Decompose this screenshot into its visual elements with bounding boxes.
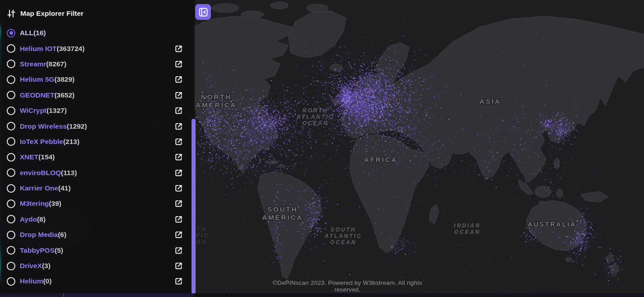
map-explorer-page: NORTHAMERICASOUTHAMERICAAFRICAASIAEUROPE… — [0, 0, 644, 297]
radio-icon[interactable] — [7, 122, 15, 130]
collapse-panel-icon — [198, 7, 208, 17]
external-link-icon[interactable] — [174, 168, 183, 177]
external-link-icon[interactable] — [174, 200, 183, 208]
radio-icon[interactable] — [7, 107, 15, 115]
filter-option[interactable]: XNET (154) — [0, 149, 195, 165]
panel-title: Map Explorer Filter — [20, 9, 83, 18]
filter-label: Helium — [20, 277, 43, 285]
filter-count: (0) — [43, 277, 52, 285]
copyright-attribution: ©DePINscan 2023. Powered by W3bstream. A… — [259, 279, 436, 293]
filter-count: (3) — [42, 262, 50, 270]
radio-icon[interactable] — [7, 231, 15, 239]
filter-option[interactable]: Helium IOT (363724) — [0, 41, 195, 56]
filter-count: (1292) — [67, 122, 87, 130]
filter-count: (39) — [49, 200, 62, 208]
radio-icon[interactable] — [7, 277, 15, 286]
radio-icon[interactable] — [7, 262, 15, 270]
filter-option[interactable]: Karrier One (41) — [0, 181, 195, 196]
radio-icon[interactable] — [7, 29, 15, 37]
external-link-icon[interactable] — [174, 60, 183, 68]
filter-label: ALL — [20, 29, 33, 37]
filter-option[interactable]: Helium 5G (3829) — [0, 72, 195, 87]
radio-icon[interactable] — [7, 44, 15, 53]
radio-icon[interactable] — [7, 200, 15, 208]
radio-icon[interactable] — [7, 60, 15, 68]
page-bottom-strip — [0, 293, 644, 297]
external-link-icon[interactable] — [174, 153, 183, 162]
filter-label: TabbyPOS — [20, 246, 55, 255]
external-link-icon[interactable] — [174, 262, 183, 270]
filter-label: Helium 5G — [20, 75, 55, 84]
filter-label: Drop Media — [20, 231, 58, 239]
external-link-icon[interactable] — [174, 184, 183, 193]
filter-option[interactable]: GEODNET (3652) — [0, 88, 195, 103]
external-link-icon[interactable] — [174, 107, 183, 115]
filter-count: (8267) — [46, 60, 67, 68]
filter-option[interactable]: TabbyPOS (5) — [0, 242, 195, 258]
external-link-icon[interactable] — [174, 91, 183, 99]
filter-count: (1327) — [46, 107, 67, 115]
filter-label: WiCrypt — [20, 107, 46, 115]
filter-option[interactable]: Helium (0) — [0, 274, 195, 289]
scrollbar-thumb[interactable] — [192, 119, 196, 294]
filter-option[interactable]: IoTeX Pebble (213) — [0, 134, 195, 149]
collapse-sidebar-button[interactable] — [195, 4, 211, 20]
external-link-icon[interactable] — [174, 122, 183, 130]
panel-header: Map Explorer Filter — [0, 0, 195, 21]
filter-count: (213) — [63, 138, 79, 146]
filter-count: (16) — [33, 29, 46, 37]
filter-count: (3829) — [55, 75, 75, 84]
radio-icon[interactable] — [7, 246, 15, 255]
external-link-icon[interactable] — [174, 75, 183, 84]
filter-label: DriveX — [20, 262, 42, 270]
external-link-icon[interactable] — [174, 215, 183, 223]
external-link-icon[interactable] — [174, 137, 183, 146]
radio-icon[interactable] — [7, 184, 15, 193]
filter-count: (5) — [55, 246, 63, 255]
radio-icon[interactable] — [7, 137, 15, 146]
radio-icon[interactable] — [7, 153, 15, 162]
map-edge-artifact — [0, 23, 1, 293]
filter-option[interactable]: WiCrypt (1327) — [0, 103, 195, 118]
external-link-icon[interactable] — [174, 44, 183, 53]
filter-option[interactable]: DriveX (3) — [0, 258, 195, 274]
radio-icon[interactable] — [7, 168, 15, 177]
filter-option[interactable]: enviroBLOQ (113) — [0, 165, 195, 181]
filter-count: (113) — [61, 169, 77, 177]
filter-label: enviroBLOQ — [20, 169, 61, 177]
external-link-icon[interactable] — [174, 246, 183, 255]
filter-label: XNET — [20, 153, 38, 161]
filter-label: IoTeX Pebble — [20, 138, 63, 146]
map-explorer-filter-panel: Map Explorer Filter ALL (16) Helium IOT … — [0, 0, 195, 293]
filter-label: Helium IOT — [20, 45, 57, 53]
radio-icon[interactable] — [7, 75, 15, 84]
filter-option[interactable]: Aydo (8) — [0, 212, 195, 227]
filter-option[interactable]: ALL (16) — [0, 25, 195, 41]
filter-label: Aydo — [20, 215, 37, 223]
filter-count: (8) — [37, 215, 46, 223]
filter-option[interactable]: M3tering (39) — [0, 196, 195, 211]
filter-label: Drop Wireless — [20, 122, 67, 130]
filter-count: (3652) — [55, 91, 75, 99]
external-link-icon[interactable] — [174, 231, 183, 239]
filter-option[interactable]: Streamr (8267) — [0, 56, 195, 72]
filter-count: (6) — [58, 231, 66, 239]
filter-label: GEODNET — [20, 91, 55, 99]
filter-label: Karrier One — [20, 184, 58, 192]
filter-list: ALL (16) Helium IOT (363724) Streamr (82… — [0, 25, 195, 289]
filter-count: (154) — [38, 153, 55, 161]
filter-count: (363724) — [57, 45, 85, 53]
filter-option[interactable]: Drop Wireless (1292) — [0, 118, 195, 134]
external-link-icon[interactable] — [174, 277, 183, 286]
sliders-icon — [7, 9, 16, 18]
filter-label: Streamr — [20, 60, 46, 68]
radio-icon[interactable] — [7, 215, 15, 223]
filter-option[interactable]: Drop Media (6) — [0, 227, 195, 242]
filter-count: (41) — [58, 184, 71, 192]
filter-label: M3tering — [20, 200, 49, 208]
radio-icon[interactable] — [7, 91, 15, 99]
